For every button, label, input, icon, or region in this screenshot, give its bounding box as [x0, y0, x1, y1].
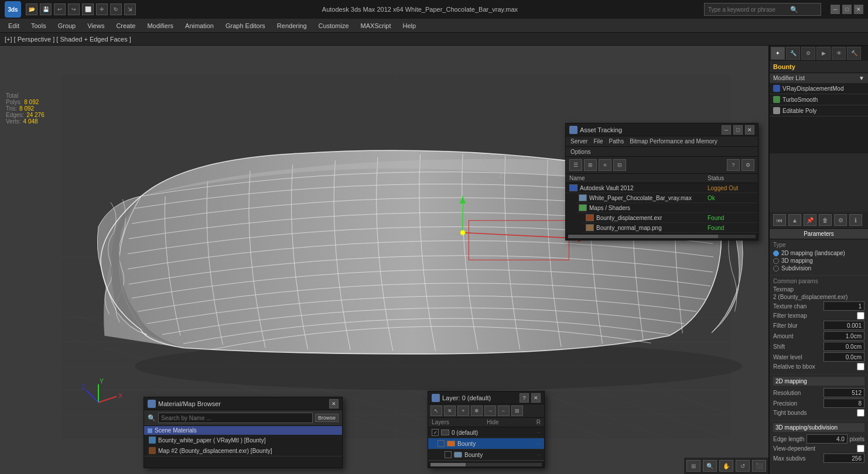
asset-help-button[interactable]: ? — [727, 159, 740, 171]
motion-tab[interactable]: ▶ — [816, 47, 831, 60]
layer-freeze-button[interactable]: ❄ — [471, 406, 483, 416]
layer-window-titlebar[interactable]: Layer: 0 (default) ? ✕ — [428, 391, 544, 404]
asset-row-displacement[interactable]: Bounty_displacement.exr Found — [582, 213, 758, 223]
asset-scroll-thumb[interactable] — [568, 235, 718, 238]
hierarchy-tab[interactable]: ⚙ — [801, 47, 815, 60]
asset-settings-button[interactable]: ⚙ — [741, 159, 754, 171]
layer-expand-button[interactable]: ⊞ — [511, 406, 523, 416]
menu-customize[interactable]: Customize — [313, 21, 355, 30]
precision-input[interactable] — [823, 399, 864, 408]
menu-group[interactable]: Group — [52, 21, 82, 30]
material-browser-titlebar[interactable]: Material/Map Browser ✕ — [144, 397, 342, 410]
edge-length-input[interactable] — [807, 434, 848, 444]
layer-select-button[interactable]: ↖ — [430, 406, 442, 416]
nav-info-button[interactable]: ℹ — [849, 214, 862, 226]
nav-pin-button[interactable]: 📌 — [804, 214, 816, 226]
material-item-1[interactable]: Map #2 (Bounty_displacement.exr) [Bounty… — [144, 445, 342, 456]
create-tab[interactable]: ✦ — [771, 47, 785, 60]
material-item-0[interactable]: Bounty_white_paper ( VRayMtl ) [Bounty] — [144, 435, 342, 445]
asset-row-vault[interactable]: Autodesk Vault 2012 Logged Out — [566, 183, 758, 193]
material-browser-close-button[interactable]: ✕ — [329, 399, 339, 408]
mapping-2d-header[interactable]: 2D mapping — [773, 377, 864, 386]
layer-add-button[interactable]: + — [457, 406, 469, 416]
layer-item-default[interactable]: ✓ 0 (default) ··· — [428, 427, 544, 438]
amount-input[interactable] — [823, 331, 864, 341]
asset-menu-options[interactable]: Options — [570, 149, 590, 155]
relative-bbox-checkbox[interactable] — [857, 363, 864, 370]
asset-row-file[interactable]: White_Paper_Chocolate_Bar_vray.max Ok — [575, 193, 758, 203]
nav-delete-button[interactable]: 🗑 — [819, 214, 832, 226]
utilities-tab[interactable]: 🔨 — [847, 47, 861, 60]
orbit-button[interactable]: ↺ — [736, 460, 750, 472]
undo-button[interactable]: ↩ — [54, 4, 66, 15]
move-button[interactable]: ✛ — [96, 4, 108, 15]
menu-create[interactable]: Create — [110, 21, 141, 30]
view-dependent-checkbox[interactable] — [857, 445, 864, 452]
close-button[interactable]: ✕ — [854, 5, 863, 14]
menu-help[interactable]: Help — [397, 21, 422, 30]
menu-views[interactable]: Views — [81, 21, 110, 30]
asset-tracking-titlebar[interactable]: Asset Tracking ─ □ ✕ — [566, 123, 758, 136]
display-tab[interactable]: 👁 — [832, 47, 846, 60]
minimize-button[interactable]: ─ — [831, 5, 840, 14]
menu-edit[interactable]: Edit — [2, 21, 25, 30]
menu-modifiers[interactable]: Modifiers — [141, 21, 179, 30]
asset-menu-bitmap[interactable]: Bitmap Performance and Memory — [630, 138, 717, 145]
material-search-input[interactable] — [158, 413, 313, 423]
menu-graph-editors[interactable]: Graph Editors — [220, 21, 271, 30]
search-bar[interactable]: 🔍 — [704, 3, 821, 16]
asset-menu-file[interactable]: File — [593, 138, 603, 145]
nav-first-button[interactable]: ⏮ — [773, 214, 786, 226]
save-button[interactable]: 💾 — [40, 4, 52, 15]
resolution-input[interactable] — [823, 388, 864, 397]
mapping-3d-header[interactable]: 3D mapping/subdivision — [773, 423, 864, 432]
asset-scrollbar[interactable] — [566, 233, 758, 240]
modifier-editable-poly[interactable]: Editable Poly — [770, 105, 868, 116]
radio-2d-mapping[interactable]: 2D mapping (landscape) — [773, 250, 864, 256]
asset-row-maps[interactable]: Maps / Shaders — [575, 203, 758, 213]
asset-menu-paths[interactable]: Paths — [609, 138, 624, 145]
asset-grid-button[interactable]: ⊞ — [584, 159, 597, 171]
layer-scroll-thumb[interactable] — [430, 463, 466, 466]
scale-button[interactable]: ⇲ — [124, 4, 136, 15]
nav-settings-button[interactable]: ⚙ — [834, 214, 847, 226]
asset-details-button[interactable]: ≡ — [599, 159, 611, 171]
max-subdivs-input[interactable] — [823, 454, 864, 463]
menu-tools[interactable]: Tools — [25, 21, 52, 30]
layer-delete-button[interactable]: ✕ — [444, 406, 456, 416]
modifier-vray[interactable]: VRayDisplacementMod — [770, 83, 868, 94]
texture-chan-input[interactable] — [823, 301, 864, 311]
layer-close-button[interactable]: ✕ — [531, 393, 541, 403]
radio-3d-mapping[interactable]: 3D mapping — [773, 257, 864, 264]
zoom-button[interactable]: 🔍 — [703, 460, 717, 472]
asset-thumbnail-button[interactable]: ⊟ — [613, 159, 626, 171]
nav-up-button[interactable]: ▲ — [788, 214, 801, 226]
asset-row-normal-map[interactable]: Bounty_normal_map.png Found — [582, 223, 758, 233]
zoom-extents-button[interactable]: ⊞ — [686, 460, 700, 472]
layer-move-button[interactable]: → — [484, 406, 496, 416]
filter-blur-input[interactable] — [823, 321, 864, 330]
maximize-viewport-button[interactable]: ⬛ — [752, 460, 766, 472]
pan-button[interactable]: ✋ — [719, 460, 733, 472]
tight-bounds-checkbox[interactable] — [857, 409, 864, 417]
layer-help-button[interactable]: ? — [520, 393, 529, 403]
material-browse-button[interactable]: Browse — [315, 414, 339, 422]
asset-menu-server[interactable]: Server — [570, 138, 587, 145]
layer-move-back-button[interactable]: ← — [498, 406, 510, 416]
water-level-input[interactable] — [823, 352, 864, 362]
filter-texmap-checkbox[interactable] — [857, 312, 864, 320]
layer-item-bounty[interactable]: Bounty ··· — [428, 438, 544, 449]
modifier-dropdown-arrow[interactable]: ▼ — [859, 75, 864, 81]
menu-animation[interactable]: Animation — [179, 21, 220, 30]
asset-maximize-button[interactable]: □ — [733, 125, 743, 135]
select-button[interactable]: ⬜ — [82, 4, 94, 15]
layer-item-bounty-2[interactable]: Bounty ··· — [428, 449, 544, 461]
modifier-turbosmooth[interactable]: TurboSmooth — [770, 94, 868, 105]
layer-scrollbar[interactable] — [428, 461, 544, 468]
menu-maxscript[interactable]: MAXScript — [355, 21, 397, 30]
params-header[interactable]: Parameters — [770, 229, 868, 239]
rotate-button[interactable]: ↻ — [110, 4, 122, 15]
asset-list-button[interactable]: ☰ — [569, 159, 582, 171]
menu-rendering[interactable]: Rendering — [271, 21, 313, 30]
viewport[interactable]: Total Polys: 8 092 Tris: 8 092 Edges: 24… — [0, 46, 768, 474]
